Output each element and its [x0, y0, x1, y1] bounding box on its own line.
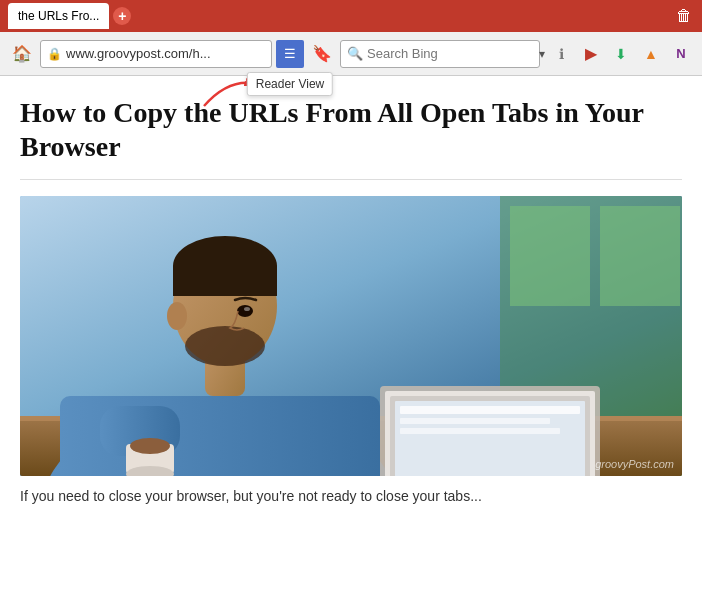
browser-tab[interactable]: the URLs Fro...: [8, 3, 109, 29]
article-content: How to Copy the URLs From All Open Tabs …: [0, 76, 702, 508]
svg-point-19: [237, 305, 253, 317]
svg-rect-3: [510, 206, 590, 306]
svg-rect-26: [400, 406, 580, 414]
svg-point-20: [244, 307, 250, 311]
watermark: groovyPost.com: [595, 458, 674, 470]
search-dropdown-icon[interactable]: ▾: [539, 47, 545, 61]
toolbar-icons: ℹ ▶ ⬇ ▲ N: [548, 41, 694, 67]
play-icon: ▶: [585, 44, 597, 63]
content-area: How to Copy the URLs From All Open Tabs …: [0, 76, 702, 508]
reader-view-button[interactable]: ☰ Reader View: [276, 40, 304, 68]
media-button[interactable]: ▶: [578, 41, 604, 67]
search-icon: 🔍: [347, 46, 363, 61]
download-icon: ⬇: [615, 46, 627, 62]
search-input[interactable]: [367, 46, 535, 61]
bookmark-button[interactable]: 🔖: [308, 40, 336, 68]
download-button[interactable]: ⬇: [608, 41, 634, 67]
article-image: groovyPost.com: [20, 196, 682, 476]
search-box[interactable]: 🔍 ▾: [340, 40, 540, 68]
article-image-svg: [20, 196, 682, 476]
home-icon: 🏠: [12, 44, 32, 63]
article-teaser: If you need to close your browser, but y…: [20, 488, 682, 508]
svg-point-13: [130, 438, 170, 454]
svg-rect-17: [173, 266, 277, 296]
url-text: www.groovypost.com/h...: [66, 46, 211, 61]
svg-point-21: [167, 302, 187, 330]
info-button[interactable]: ℹ: [548, 41, 574, 67]
home-button[interactable]: 🏠: [8, 40, 36, 68]
svg-rect-4: [600, 206, 680, 306]
drive-button[interactable]: ▲: [638, 41, 664, 67]
tab-label: the URLs Fro...: [18, 9, 99, 23]
close-icon[interactable]: 🗑: [674, 5, 694, 27]
svg-rect-27: [400, 418, 550, 424]
titlebar-controls: 🗑: [674, 5, 694, 27]
divider: [20, 179, 682, 180]
address-bar-wrapper: 🏠 🔒 www.groovypost.com/h... ☰ Reader Vie…: [0, 32, 702, 76]
title-bar: the URLs Fro... + 🗑: [0, 0, 702, 32]
lock-icon: 🔒: [47, 47, 62, 61]
onenote-button[interactable]: N: [668, 41, 694, 67]
info-icon: ℹ: [559, 46, 564, 62]
url-box[interactable]: 🔒 www.groovypost.com/h...: [40, 40, 272, 68]
reader-view-icon: ☰: [284, 46, 296, 61]
new-tab-button[interactable]: +: [113, 7, 131, 25]
article-title: How to Copy the URLs From All Open Tabs …: [20, 96, 682, 163]
bookmark-icon: 🔖: [312, 44, 332, 63]
reader-view-tooltip: Reader View: [247, 72, 333, 96]
drive-icon: ▲: [644, 46, 658, 62]
svg-rect-28: [400, 428, 560, 434]
address-bar: 🏠 🔒 www.groovypost.com/h... ☰ Reader Vie…: [0, 32, 702, 76]
onenote-icon: N: [676, 46, 685, 61]
svg-point-18: [185, 326, 265, 366]
